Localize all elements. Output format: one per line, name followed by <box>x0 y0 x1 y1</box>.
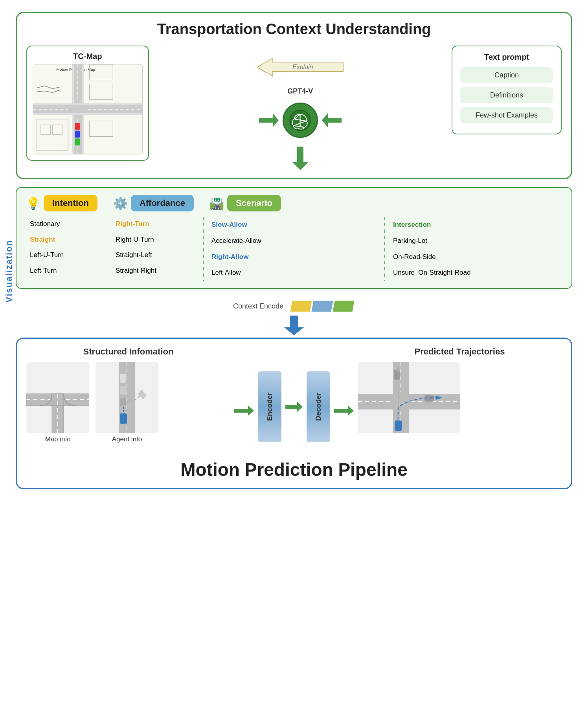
svg-marker-51 <box>334 406 354 416</box>
divider-2 <box>384 217 385 281</box>
to-predicted-arrow-svg <box>334 405 354 417</box>
encode-block-2 <box>312 301 333 312</box>
tc-map-box: TC-Map Motion Prediction Map <box>26 46 149 161</box>
gpt-label: GPT4-V <box>287 87 313 95</box>
affordance-col: Slow-Allow Accelerate-Allow Right-Allow … <box>208 217 380 281</box>
map-info-label: Map info <box>45 435 70 443</box>
int-right-u-turn: Right-U-Turn <box>116 233 195 247</box>
scenario-list: Intersection Parking-Lot On-Road-Side Un… <box>393 217 558 281</box>
intention-badge: Intention <box>44 195 97 211</box>
affordance-badge: Affordance <box>131 195 194 211</box>
prompt-item-caption: Caption <box>460 67 553 83</box>
prompt-item-fewshot: Few-shot Examples <box>460 107 553 123</box>
encoder-label: Encoder <box>266 393 274 421</box>
svg-marker-50 <box>285 402 303 412</box>
svg-rect-43 <box>120 413 127 424</box>
scenario-badge: Scenario <box>227 195 281 211</box>
divider-1 <box>203 217 204 281</box>
int-right-turn: Right-Turn <box>116 217 195 231</box>
svg-rect-13 <box>75 123 80 130</box>
to-encoder-arrow-svg <box>234 405 254 417</box>
encode-block-3 <box>333 301 355 312</box>
prompt-item-definitions: Definitions <box>460 87 553 103</box>
text-prompt-title: Text prompt <box>460 53 553 62</box>
aff-right-allow: Right-Allow <box>211 249 377 265</box>
structured-info-box: Structured Infomation <box>26 347 230 443</box>
cat-header-intention: 💡 Intention <box>26 195 97 211</box>
scn-on-road-side: On-Road-Side <box>393 249 558 265</box>
decoder-box: Decoder <box>307 371 330 442</box>
encoder-box: Encoder <box>258 371 281 442</box>
arrow-to-predicted <box>334 347 354 443</box>
svg-text:Explain: Explain <box>292 64 313 70</box>
svg-marker-49 <box>234 406 254 416</box>
predicted-traj-svg <box>358 362 460 433</box>
int-left-u-turn: Left-U-Turn <box>30 248 109 262</box>
arrow-from-right <box>322 112 342 128</box>
int-straight-left: Straight-Left <box>116 248 195 262</box>
bottom-section-title: Motion Prediction Pipeline <box>26 451 562 488</box>
scn-intersection: Intersection <box>393 217 558 233</box>
road-icon: 🛣️ <box>209 196 224 210</box>
cat-header-scenario: 🛣️ Scenario <box>209 195 281 211</box>
top-inner: TC-Map Motion Prediction Map <box>26 46 562 170</box>
gear-icon: ⚙️ <box>113 196 128 210</box>
context-encode-label: Context Encode <box>233 302 283 310</box>
bulb-icon: 💡 <box>26 196 40 210</box>
svg-marker-29 <box>322 113 342 127</box>
structured-diagrams: Map info <box>26 362 230 443</box>
structured-info-title: Structured Infomation <box>26 347 230 357</box>
down-arrow-svg <box>292 147 308 170</box>
aff-slow-allow: Slow-Allow <box>211 217 377 233</box>
scenario-col: Intersection Parking-Lot On-Road-Side Un… <box>389 217 562 281</box>
int-straight-right: Straight-Right <box>116 264 195 278</box>
bottom-inner: Structured Infomation <box>26 347 562 443</box>
aff-accel-allow: Accelerate-Allow <box>211 233 377 249</box>
arrow-from-left <box>259 112 279 128</box>
enc-dec-row: Encoder Decoder <box>258 347 330 443</box>
map-road-svg <box>26 362 89 433</box>
blue-down-arrow-wrap <box>16 316 572 335</box>
svg-rect-61 <box>395 420 402 431</box>
svg-rect-14 <box>75 131 80 138</box>
svg-rect-15 <box>75 138 80 145</box>
decoder-label: Decoder <box>314 393 323 421</box>
svg-rect-47 <box>120 374 126 383</box>
context-encode-row: Context Encode <box>16 301 572 312</box>
categories-section: 💡 Intention ⚙️ Affordance 🛣️ Scenario St… <box>16 187 572 289</box>
gpt-icon-svg <box>289 110 311 131</box>
cat-header-affordance: ⚙️ Affordance <box>113 195 194 211</box>
affordance-list: Slow-Allow Accelerate-Allow Right-Allow … <box>211 217 377 281</box>
enc-to-dec-arrow <box>285 401 303 413</box>
middle-col: Explain GPT4-V <box>157 46 444 170</box>
main-wrapper: Visualization Transportation Context Und… <box>16 12 572 489</box>
tc-map-image: Motion Prediction Map <box>33 64 143 154</box>
scn-parking-lot: Parking-Lot <box>393 233 558 249</box>
categories-body: Stationary Right-Turn Straight Right-U-T… <box>26 217 562 281</box>
tc-map-svg: Motion Prediction Map <box>33 64 142 154</box>
agent-info-diagram: Agent info <box>96 362 158 443</box>
arrow-to-encoder <box>234 347 254 443</box>
agent-road-svg <box>96 362 158 433</box>
categories-header: 💡 Intention ⚙️ Affordance 🛣️ Scenario <box>26 195 562 211</box>
predicted-traj-box: Predicted Trajectories <box>358 347 562 443</box>
svg-rect-45 <box>120 398 126 406</box>
gpt-circle <box>283 103 318 138</box>
top-section-title: Transportation Context Understanding <box>26 21 562 38</box>
encode-block-1 <box>290 301 312 312</box>
arrow-down-from-gpt <box>292 147 308 170</box>
intention-col: Stationary Right-Turn Straight Right-U-T… <box>26 217 199 281</box>
text-prompt-box: Text prompt Caption Definitions Few-shot… <box>452 46 562 134</box>
visualization-label: Visualization <box>4 240 14 303</box>
predicted-traj-title: Predicted Trajectories <box>358 347 562 357</box>
gpt-arrows-row <box>259 103 342 138</box>
explain-arrow-svg: Explain <box>257 57 344 77</box>
bottom-section: Structured Infomation <box>16 338 572 489</box>
aff-left-allow: Left-Allow <box>211 265 377 281</box>
svg-marker-31 <box>284 316 304 335</box>
intention-grid: Stationary Right-Turn Straight Right-U-T… <box>30 217 195 278</box>
svg-marker-30 <box>292 147 308 170</box>
int-stationary: Stationary <box>30 217 109 231</box>
scn-unsure-on-straight: Unsure On-Straight-Road <box>393 265 558 281</box>
svg-rect-46 <box>120 386 126 395</box>
